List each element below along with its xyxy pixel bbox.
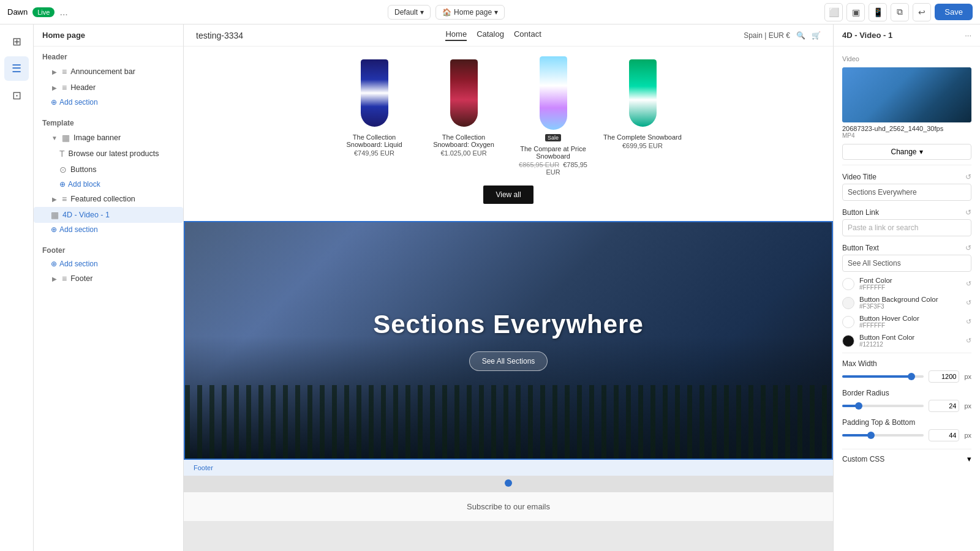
- sidebar-item-announcement-bar[interactable]: ▶ ≡ Announcement bar: [34, 64, 183, 80]
- plus-icon-4: ⊕: [51, 260, 57, 268]
- topbar-right: ⬜ ▣ 📱 ⧉ ↩ Save: [824, 3, 973, 21]
- reset-icon-link[interactable]: ↺: [965, 208, 971, 217]
- button-hover-color-swatch[interactable]: [842, 316, 854, 328]
- add-section-header-button[interactable]: ⊕ Add section: [34, 96, 183, 109]
- grid-icon-3: ▦: [62, 133, 70, 143]
- video-title-input[interactable]: [842, 184, 971, 201]
- code-view-button[interactable]: ⧉: [891, 3, 909, 21]
- change-video-button[interactable]: Change ▾: [842, 144, 971, 160]
- product-price-old-3: €865,95 EUR €785,95 EUR: [513, 161, 593, 176]
- font-color-hex: #FFFFFF: [859, 284, 961, 291]
- more-options-button[interactable]: ...: [59, 7, 67, 18]
- add-block-button[interactable]: ⊕ Add block: [34, 178, 183, 191]
- footer-section-label: Footer: [34, 244, 183, 257]
- sidebar-label-buttons: Buttons: [70, 165, 96, 174]
- video-cta-button[interactable]: See All Sections: [469, 351, 548, 371]
- grid-icon-5: ≡: [62, 274, 67, 283]
- sidebar-item-buttons[interactable]: ⊙ Buttons: [34, 162, 183, 178]
- padding-track[interactable]: [842, 434, 924, 437]
- reset-button-hover-color[interactable]: ↺: [966, 318, 971, 326]
- right-panel-more-button[interactable]: ···: [965, 31, 971, 40]
- max-width-track[interactable]: [842, 375, 924, 378]
- max-width-input[interactable]: [929, 370, 959, 383]
- header-section: Header ▶ ≡ Announcement bar ▶ ≡ Header ⊕…: [34, 47, 183, 113]
- cart-icon[interactable]: 🛒: [812, 31, 821, 40]
- border-radius-input[interactable]: [929, 400, 959, 412]
- home-page-select[interactable]: 🏠 Home page ▾: [435, 5, 505, 20]
- live-badge: Live: [32, 7, 55, 17]
- panel-header: Home page: [34, 24, 183, 47]
- products-grid: The Collection Snowboard: Liquid €749,95…: [184, 47, 833, 186]
- tablet-view-button[interactable]: ▣: [846, 3, 865, 21]
- grid-icon-4: ≡: [62, 194, 67, 204]
- button-bg-color-swatch[interactable]: [842, 297, 854, 309]
- button-link-input[interactable]: [842, 219, 971, 236]
- button-text-input[interactable]: [842, 255, 971, 272]
- undo-button[interactable]: ↩: [913, 3, 931, 21]
- add-section-footer-button[interactable]: ⊕ Add section: [34, 257, 183, 271]
- product-name-2: The Collection Snowboard: Oxygen: [424, 133, 503, 148]
- border-radius-unit: px: [964, 402, 971, 410]
- preview-store: testing-3334 Home Catalog Contact Spain …: [184, 24, 833, 521]
- subscribe-label: Subscribe to our emails: [467, 502, 550, 511]
- left-panel: Home page Header ▶ ≡ Announcement bar ▶ …: [34, 24, 184, 551]
- sidebar-item-featured-collection[interactable]: ▶ ≡ Featured collection: [34, 191, 183, 207]
- sidebar-label-browse-latest: Browse our latest products: [69, 149, 159, 158]
- button-font-color-swatch[interactable]: [842, 335, 854, 347]
- nav-contact[interactable]: Contact: [514, 29, 541, 41]
- button-font-color-row: Button Font Color #121212 ↺: [842, 334, 971, 348]
- sidebar-label-footer: Footer: [70, 274, 92, 283]
- sidebar-label-4d-video: 4D - Video - 1: [62, 211, 110, 219]
- product-name-3: The Compare at Price Snowboard: [513, 145, 593, 160]
- reset-icon-text[interactable]: ↺: [965, 244, 971, 252]
- topbar-center: Default ▾ 🏠 Home page ▾: [75, 5, 818, 20]
- resize-handle: [184, 476, 833, 492]
- custom-css-row[interactable]: Custom CSS ▾: [842, 449, 971, 468]
- topbar-site-name: Dawn: [7, 7, 28, 17]
- add-section-template-button[interactable]: ⊕ Add section: [34, 223, 183, 236]
- reset-icon-title[interactable]: ↺: [965, 173, 971, 181]
- nav-catalog[interactable]: Catalog: [477, 29, 504, 41]
- font-color-label: Font Color #FFFFFF: [859, 277, 961, 291]
- chevron-down-icon-2: ▾: [494, 8, 498, 17]
- product-price-2: €1.025,00 EUR: [424, 149, 503, 157]
- view-all-button[interactable]: View all: [483, 186, 533, 204]
- subscribe-section: Subscribe to our emails: [184, 492, 833, 521]
- sidebar-item-4d-video[interactable]: ▦ 4D - Video - 1: [34, 207, 183, 223]
- custom-css-label: Custom CSS: [842, 455, 884, 463]
- padding-input[interactable]: [929, 429, 959, 441]
- reset-button-bg-color[interactable]: ↺: [966, 299, 971, 307]
- border-radius-track[interactable]: [842, 405, 924, 407]
- button-font-color-hex: #121212: [859, 341, 961, 348]
- sections-sidebar-icon[interactable]: ☰: [4, 56, 29, 81]
- sidebar-item-image-banner[interactable]: ▼ ▦ Image banner: [34, 130, 183, 146]
- button-icon: ⊙: [59, 165, 67, 174]
- desktop-view-button[interactable]: ⬜: [824, 3, 843, 21]
- button-hover-color-name: Button Hover Color: [859, 315, 961, 322]
- mobile-view-button[interactable]: 📱: [869, 3, 887, 21]
- grid-icon-2: ≡: [62, 83, 67, 92]
- reset-font-color[interactable]: ↺: [966, 280, 971, 288]
- sidebar-label-image-banner: Image banner: [74, 133, 121, 142]
- resize-dot[interactable]: [505, 479, 512, 487]
- video-title-label: Video Title ↺: [842, 173, 971, 181]
- search-icon[interactable]: 🔍: [796, 31, 805, 40]
- sidebar-item-browse-latest[interactable]: T Browse our latest products: [34, 146, 183, 162]
- product-name-1: The Collection Snowboard: Liquid: [334, 133, 414, 148]
- product-image-4: [612, 56, 673, 130]
- padding-slider-row: Padding Top & Bottom px: [842, 418, 971, 441]
- sidebar-item-header[interactable]: ▶ ≡ Header: [34, 80, 183, 96]
- reset-button-font-color[interactable]: ↺: [966, 337, 971, 345]
- default-select[interactable]: Default ▾: [388, 5, 431, 20]
- nav-home[interactable]: Home: [445, 29, 467, 41]
- home-sidebar-icon[interactable]: ⊞: [4, 29, 29, 54]
- font-color-swatch[interactable]: [842, 278, 854, 290]
- button-hover-color-row: Button Hover Color #FFFFFF ↺: [842, 315, 971, 329]
- button-text-label: Button Text ↺: [842, 244, 971, 252]
- sidebar-item-footer[interactable]: ▶ ≡ Footer: [34, 271, 183, 287]
- padding-control: px: [842, 429, 971, 441]
- save-button[interactable]: Save: [935, 4, 973, 20]
- add-section-template-label: Add section: [59, 225, 98, 234]
- apps-sidebar-icon[interactable]: ⊡: [4, 83, 29, 108]
- plus-icon-3: ⊕: [51, 225, 57, 234]
